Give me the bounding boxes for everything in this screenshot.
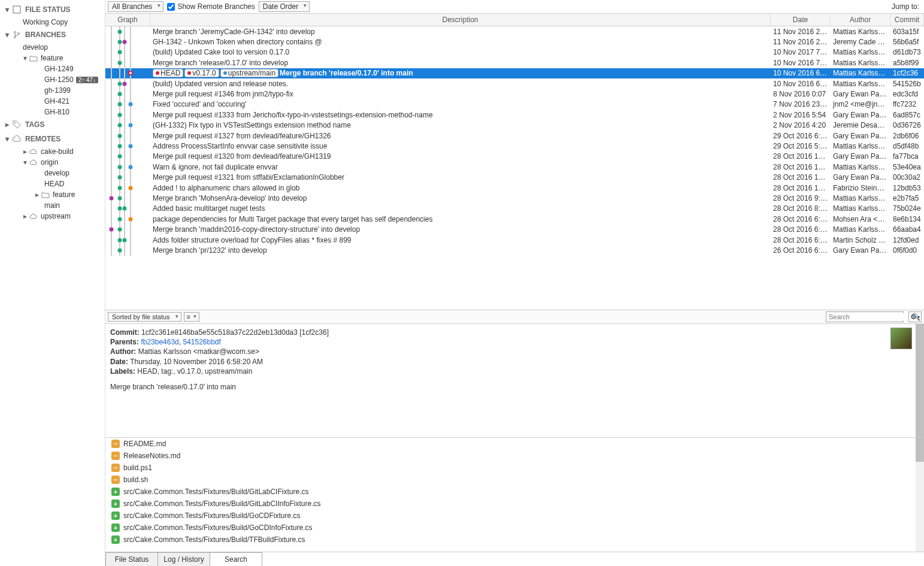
detail-search[interactable]: 🔍 <box>826 311 904 322</box>
branch-gh-810[interactable]: GH-810 <box>0 107 105 117</box>
added-icon: + <box>111 523 120 532</box>
commit-list[interactable]: Graph Description Date Author Commit Mer… <box>105 14 924 310</box>
chevron-right-icon: ▸ <box>4 120 11 129</box>
ref-tag[interactable]: HEAD <box>153 69 183 77</box>
order-dropdown[interactable]: Date Order <box>259 1 310 12</box>
branch-gh-1399[interactable]: gh-1399 <box>0 85 105 96</box>
origin-develop[interactable]: develop <box>0 168 105 178</box>
commit-row[interactable]: Merge pull request #1346 from jnm2/typo-… <box>105 89 924 99</box>
file-row[interactable]: +src/Cake.Common.Tests/Fixtures/Build/TF… <box>105 534 924 546</box>
working-copy-item[interactable]: Working Copy <box>0 17 105 28</box>
commit-row[interactable]: GH-1342 - Unkown Token when directory co… <box>105 37 924 47</box>
branch-icon <box>12 30 22 40</box>
file-row[interactable]: +src/Cake.Common.Tests/Fixtures/Build/Go… <box>105 510 924 522</box>
detail-search-input[interactable] <box>829 313 911 320</box>
commit-row[interactable]: (build) Updated version and release note… <box>105 78 924 89</box>
remote-cake-build[interactable]: ▸ cake-build <box>0 146 105 157</box>
origin-main[interactable]: main <box>0 200 105 211</box>
commit-row[interactable]: Merge branch 'maddin2016-copy-directory-… <box>105 224 924 234</box>
commit-row[interactable]: HEADv0.17.0upstream/mainMerge branch 're… <box>105 68 924 78</box>
sort-dropdown[interactable]: Sorted by file status <box>108 312 181 322</box>
bottom-tabs: File Status Log / History Search <box>105 552 924 566</box>
commit-row[interactable]: Adds folder structure overload for CopyF… <box>105 235 924 245</box>
ref-tag[interactable]: upstream/main <box>220 69 278 77</box>
branches-dropdown[interactable]: All Branches <box>108 1 163 12</box>
commit-row[interactable]: package dependencies for Multi Target pa… <box>105 214 924 224</box>
modified-icon: ••• <box>111 440 120 448</box>
tags-label: TAGS <box>25 120 44 129</box>
commit-row[interactable]: Fixed 'occured' and 'occuring'7 Nov 2016… <box>105 99 924 110</box>
cloud-icon <box>29 147 38 156</box>
commit-row[interactable]: Merge branch 'release/0.17.0' into devel… <box>105 57 924 68</box>
branch-gh-1249[interactable]: GH-1249 <box>0 63 105 74</box>
scrollbar[interactable] <box>916 438 924 552</box>
branches-label: BRANCHES <box>25 31 66 39</box>
commit-row[interactable]: Merge branch 'JeremyCade-GH-1342' into d… <box>105 26 924 37</box>
remote-upstream[interactable]: ▸ upstream <box>0 211 105 222</box>
col-author-header[interactable]: Author <box>831 14 890 26</box>
commit-row[interactable]: Merge branch 'MohsenAra-develop' into de… <box>105 193 924 203</box>
file-status-icon <box>12 5 22 14</box>
branch-feature-folder[interactable]: ▾ feature <box>0 53 105 63</box>
folder-icon <box>29 54 38 62</box>
commit-row[interactable]: Added basic multitarget nuget tests28 Oc… <box>105 204 924 214</box>
file-status-label: FILE STATUS <box>25 5 71 14</box>
remotes-section[interactable]: ▾ REMOTES <box>0 132 105 146</box>
cloud-icon <box>29 158 38 167</box>
file-status-section[interactable]: ▾ FILE STATUS <box>0 2 105 17</box>
commit-row[interactable]: Merge pull request #1333 from Jericho/fi… <box>105 110 924 120</box>
chevron-right-icon: ▸ <box>34 190 41 199</box>
commit-row[interactable]: Merge pull request #1321 from stffabi/Ex… <box>105 172 924 182</box>
cloud-icon <box>29 212 38 220</box>
chevron-down-icon: ▾ <box>4 5 11 14</box>
svg-rect-0 <box>13 6 20 13</box>
file-row[interactable]: •••ReleaseNotes.md <box>105 450 924 462</box>
file-list[interactable]: •••README.md•••ReleaseNotes.md•••build.p… <box>105 438 924 552</box>
origin-feature-folder[interactable]: ▸ feature <box>0 189 105 200</box>
file-row[interactable]: •••README.md <box>105 438 924 450</box>
col-commit-header[interactable]: Commit <box>890 14 924 26</box>
origin-head[interactable]: HEAD <box>0 178 105 189</box>
view-mode-dropdown[interactable]: ≡ <box>184 312 199 322</box>
commit-row[interactable]: Address ProcessStartInfo envvar case sen… <box>105 141 924 151</box>
modified-icon: ••• <box>111 476 120 484</box>
commit-row[interactable]: Merge pull request #1320 from devlead/fe… <box>105 152 924 162</box>
tab-file-status[interactable]: File Status <box>105 552 158 566</box>
svg-point-4 <box>14 122 16 123</box>
gear-button[interactable]: ⚙ <box>908 311 922 322</box>
tab-log-history[interactable]: Log / History <box>157 552 210 566</box>
toolbar: All Branches Show Remote Branches Date O… <box>105 0 924 14</box>
branch-gh-421[interactable]: GH-421 <box>0 96 105 107</box>
file-row[interactable]: •••build.ps1 <box>105 462 924 474</box>
parent-link-2[interactable]: 541526bbdf <box>183 338 220 346</box>
col-graph-header[interactable]: Graph <box>105 14 150 26</box>
branch-develop[interactable]: develop <box>0 42 105 53</box>
show-remote-input[interactable] <box>167 3 175 11</box>
file-row[interactable]: +src/Cake.Common.Tests/Fixtures/Build/Go… <box>105 522 924 534</box>
file-row[interactable]: +src/Cake.Common.Tests/Fixtures/Build/Gi… <box>105 486 924 498</box>
col-desc-header[interactable]: Description <box>150 14 771 26</box>
show-remote-checkbox[interactable]: Show Remote Branches <box>167 2 255 11</box>
svg-point-3 <box>18 33 20 35</box>
commit-row[interactable]: Added ! to alphanumeric chars allowed in… <box>105 183 924 193</box>
commit-row[interactable]: Warn & ignore, not fail duplicate envvar… <box>105 162 924 172</box>
branches-section[interactable]: ▾ BRANCHES <box>0 28 105 42</box>
ref-tag[interactable]: v0.17.0 <box>184 69 219 77</box>
tab-search[interactable]: Search <box>210 552 262 566</box>
commit-row[interactable]: (GH-1332) Fix typo in VSTestSettings ext… <box>105 120 924 131</box>
file-row[interactable]: +src/Cake.Common.Tests/Fixtures/Build/Gi… <box>105 498 924 510</box>
modified-icon: ••• <box>111 464 120 472</box>
remote-origin[interactable]: ▾ origin <box>0 157 105 168</box>
parent-link-1[interactable]: fb23be463d <box>141 338 178 346</box>
commit-row[interactable]: (build) Updated Cake tool to version 0.1… <box>105 47 924 57</box>
commit-row[interactable]: Merge pull request #1327 from devlead/fe… <box>105 131 924 141</box>
tags-section[interactable]: ▸ TAGS <box>0 117 105 132</box>
chevron-down-icon: ▾ <box>4 31 11 39</box>
branch-gh-1250[interactable]: GH-12502↑ 47↓ <box>0 74 105 85</box>
col-date-header[interactable]: Date <box>771 14 831 26</box>
file-row[interactable]: •••build.sh <box>105 474 924 486</box>
commit-detail-text: Commit: 1cf2c361e8146ba5e55c518a37c22d2e… <box>105 324 924 437</box>
folder-icon <box>41 190 50 199</box>
commit-row[interactable]: Merge branch 'pr/1232' into develop26 Oc… <box>105 245 924 255</box>
scrollbar[interactable] <box>916 324 924 437</box>
